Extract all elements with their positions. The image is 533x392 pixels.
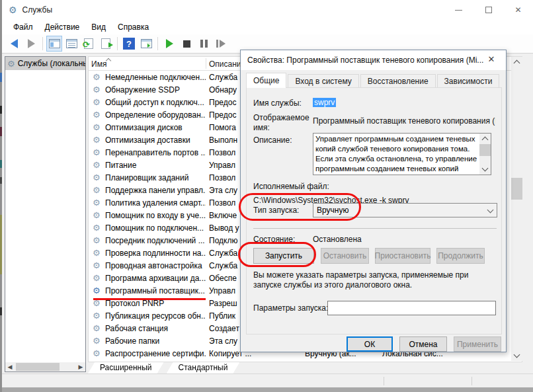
status-value: Остановлена <box>313 235 362 244</box>
tree-item-services-local[interactable]: ⚙ Службы (локальные) <box>5 57 85 70</box>
service-description-cell: Эта слу <box>209 186 237 195</box>
maximize-icon <box>485 7 492 13</box>
pause-service-button[interactable] <box>196 36 212 52</box>
pause-service-icon <box>200 40 208 48</box>
service-gear-icon: ⚙ <box>93 135 101 145</box>
menu-item[interactable]: Справка <box>112 20 155 34</box>
service-gear-icon: ⚙ <box>93 147 101 157</box>
menu-item[interactable]: Действие <box>39 20 86 34</box>
scroll-left-icon[interactable]: ◀ <box>5 362 15 372</box>
description-scrollbar[interactable] <box>479 134 491 175</box>
service-name-cell: Поддержка панели управл... <box>105 186 206 195</box>
executable-label: Исполняемый файл: <box>253 182 329 191</box>
scroll-down-icon[interactable] <box>479 163 491 175</box>
service-description-cell: Включе <box>209 211 237 220</box>
apply-button[interactable]: Применить <box>454 336 501 352</box>
scroll-up-icon[interactable] <box>479 134 491 145</box>
resume-button[interactable]: Продолжить <box>436 248 485 264</box>
maximize-button[interactable] <box>473 0 503 20</box>
service-description-cell: Предос <box>209 110 236 120</box>
menu-item[interactable]: Файл <box>7 20 39 34</box>
description-label: Описание: <box>253 136 292 145</box>
service-name-cell: Публикация ресурсов обн... <box>105 311 206 321</box>
start-button[interactable]: Запустить <box>253 248 314 264</box>
service-description-cell: Разреш <box>209 299 237 308</box>
minimize-button[interactable] <box>444 0 473 20</box>
stop-service-icon <box>183 40 190 48</box>
service-gear-icon: ⚙ <box>93 323 101 333</box>
startup-params-hint: Вы можете указать параметры запуска, при… <box>253 270 495 290</box>
chevron-down-icon <box>487 207 494 214</box>
scroll-right-icon[interactable]: ▶ <box>76 362 85 372</box>
general-tab-page: Имя службы: swprv Отображаемое имя: Прог… <box>246 87 502 334</box>
service-description-cell: Позвол <box>209 198 235 208</box>
column-header-name[interactable]: Имя <box>91 59 106 69</box>
stop-service-button[interactable] <box>179 36 194 52</box>
scrollbar-thumb[interactable] <box>511 178 522 200</box>
console-tree-button[interactable] <box>46 36 62 52</box>
window-title: Службы <box>22 5 52 15</box>
help-button[interactable]: ? <box>121 36 137 52</box>
properties-button[interactable] <box>63 36 79 52</box>
service-gear-icon: ⚙ <box>93 223 101 233</box>
forward-icon <box>28 39 35 48</box>
sort-ascending-icon <box>106 58 111 61</box>
app-gear-icon: ⚙ <box>9 5 17 15</box>
scrollbar-thumb[interactable] <box>16 363 60 371</box>
service-description-cell: Служба <box>209 249 237 258</box>
params-input[interactable] <box>327 301 496 315</box>
service-gear-icon: ⚙ <box>93 348 101 358</box>
service-description-cell: Служба <box>209 73 237 82</box>
pause-button[interactable]: Приостановить <box>375 248 430 264</box>
restart-service-button[interactable] <box>213 36 229 52</box>
service-gear-icon: ⚙ <box>93 185 101 195</box>
close-button[interactable]: ✕ <box>503 0 533 20</box>
list-vertical-scrollbar[interactable] <box>511 57 522 361</box>
action-pane-button[interactable] <box>138 36 154 52</box>
dialog-tab[interactable]: Общие <box>246 73 286 88</box>
service-description-cell: Выполн <box>209 136 237 145</box>
description-textbox[interactable]: Управляет программным созданием теневых … <box>313 133 491 175</box>
dialog-close-icon[interactable]: ✕ <box>483 54 499 66</box>
service-gear-icon: ⚙ <box>93 85 101 95</box>
service-description-cell: Эта слу <box>209 336 237 346</box>
desktop-edge <box>0 0 2 392</box>
minimize-icon <box>455 10 462 11</box>
refresh-button[interactable]: ⟳ <box>81 36 97 52</box>
startup-type-combobox[interactable]: Вручную <box>313 203 497 217</box>
toolbar-separator <box>42 37 43 50</box>
service-name-cell: Оптимизация дисков <box>105 123 206 132</box>
cancel-button[interactable]: Отмена <box>399 336 447 352</box>
service-name-cell: Определение оборудован... <box>105 110 206 120</box>
properties-dialog: Свойства: Программный поставщик теневого… <box>240 50 507 352</box>
service-name-cell: Рабочие папки <box>105 336 206 346</box>
back-button[interactable] <box>6 36 22 52</box>
start-service-button[interactable] <box>161 36 177 52</box>
service-description-cell: Создает <box>209 324 239 333</box>
scroll-up-icon[interactable] <box>511 57 522 68</box>
service-name-cell: Политика удаления смарт... <box>105 198 206 208</box>
service-name-cell: Помощник по подключен... <box>105 223 206 233</box>
stop-button[interactable]: Остановить <box>321 248 369 264</box>
service-name-value[interactable]: swprv <box>313 98 336 107</box>
display-name-label: Отображаемое имя: <box>253 113 310 133</box>
service-description-cell: Обнару <box>209 85 237 95</box>
export-list-button[interactable] <box>98 36 114 52</box>
service-description-cell: Обеспе <box>209 274 237 283</box>
scrollbar-thumb[interactable] <box>479 144 491 156</box>
service-gear-icon: ⚙ <box>7 59 15 69</box>
scroll-down-icon[interactable] <box>511 350 522 361</box>
service-name-cell: Оптимизация доставки <box>105 136 206 145</box>
column-divider[interactable] <box>206 58 206 69</box>
ok-button[interactable]: ОК <box>347 336 393 352</box>
view-tab[interactable]: Стандартный <box>167 362 240 373</box>
forward-button[interactable] <box>23 36 39 52</box>
view-tab[interactable]: Расширенный <box>88 362 164 373</box>
service-name-cell: Помощник по входу в уче... <box>105 211 206 220</box>
service-name-label: Имя службы: <box>253 98 302 108</box>
service-description-cell: Подклю <box>209 236 237 245</box>
properties-icon <box>66 39 77 48</box>
menu-item[interactable]: Вид <box>85 20 112 34</box>
service-description-cell: Помога <box>209 123 236 132</box>
tree-horizontal-scrollbar[interactable]: ◀ ▶ <box>5 362 85 372</box>
